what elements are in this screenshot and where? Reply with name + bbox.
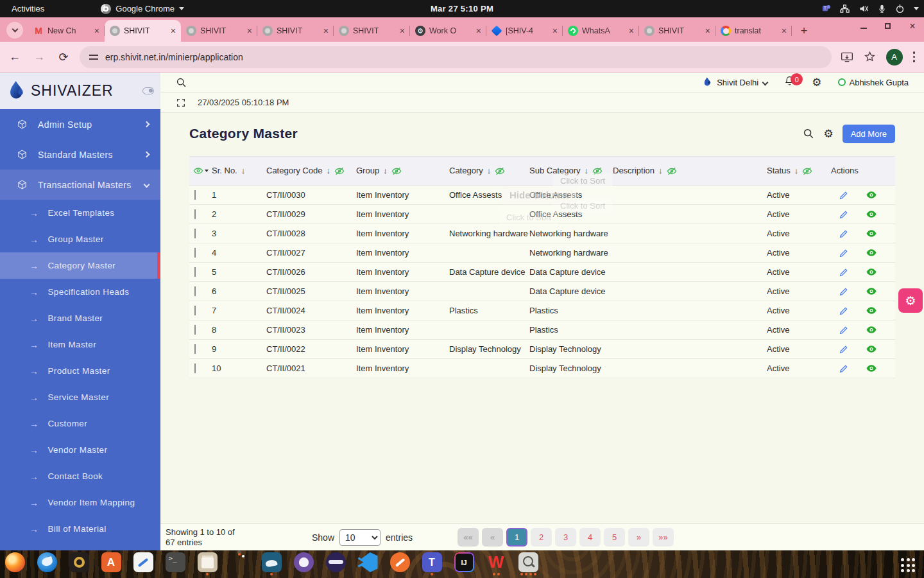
tab-new-chat[interactable]: MNew Ch× — [28, 20, 105, 42]
close-icon[interactable]: × — [171, 26, 176, 35]
tab-shivit-5[interactable]: SHIVIT× — [639, 20, 715, 42]
files-icon[interactable] — [196, 552, 218, 575]
row-checkbox[interactable] — [194, 363, 196, 373]
hide-column-icon[interactable] — [592, 167, 603, 175]
hide-column-icon[interactable] — [667, 167, 677, 175]
sidebar-item-contact-book[interactable]: →Contact Book — [0, 463, 160, 489]
row-checkbox[interactable] — [194, 267, 196, 277]
sort-icon[interactable]: ↓ — [487, 166, 492, 176]
sidebar-item-item-master[interactable]: →Item Master — [0, 331, 160, 358]
close-icon[interactable]: × — [552, 26, 558, 35]
user-menu[interactable]: Abhishek Gupta — [838, 78, 909, 87]
close-icon[interactable]: × — [705, 26, 710, 35]
page-size-select[interactable]: 10 — [339, 529, 381, 546]
sidebar-item-product-master[interactable]: →Product Master — [0, 358, 160, 384]
table-settings-icon[interactable]: ⚙ — [823, 128, 833, 139]
header-status[interactable]: Status↓ — [767, 162, 831, 180]
sort-icon[interactable]: ↓ — [383, 166, 388, 176]
edit-pencil-icon[interactable] — [839, 248, 849, 258]
prev-page-button[interactable]: « — [482, 528, 503, 547]
row-checkbox[interactable] — [194, 229, 196, 238]
tab-shivit-active[interactable]: SHIVIT× — [105, 20, 181, 42]
page-button-5[interactable]: 5 — [604, 528, 625, 547]
edit-pencil-icon[interactable] — [839, 325, 849, 335]
view-eye-icon[interactable] — [866, 325, 877, 335]
row-checkbox[interactable] — [194, 306, 196, 315]
intellij-idea-icon[interactable] — [453, 552, 475, 575]
restore-button[interactable] — [884, 22, 892, 30]
hide-column-icon[interactable] — [334, 167, 345, 175]
view-eye-icon[interactable] — [866, 190, 877, 200]
close-icon[interactable]: × — [400, 26, 405, 35]
edit-pencil-icon[interactable] — [839, 190, 849, 200]
sidebar-group-transactional-masters[interactable]: Transactional Masters — [0, 170, 160, 200]
table-row[interactable]: 8 CT/II/0023 Item Inventory Plastics Act… — [189, 320, 895, 340]
close-icon[interactable]: × — [782, 26, 787, 35]
sort-icon[interactable]: ↓ — [241, 166, 246, 176]
tab-shivit-4[interactable]: SHIVIT× — [334, 20, 410, 42]
fullscreen-icon[interactable] — [176, 98, 186, 108]
close-icon[interactable]: × — [629, 26, 634, 35]
sidebar-toggle[interactable] — [142, 87, 154, 94]
back-button[interactable]: ← — [5, 48, 24, 67]
edit-pencil-icon[interactable] — [839, 209, 849, 220]
view-eye-icon[interactable] — [866, 229, 877, 238]
firefox-icon[interactable] — [4, 552, 26, 575]
view-eye-icon[interactable] — [866, 363, 877, 373]
sort-icon[interactable]: ↓ — [585, 166, 589, 176]
sidebar-item-specification-heads[interactable]: →Specification Heads — [0, 279, 160, 305]
edit-pencil-icon[interactable] — [839, 363, 849, 374]
close-icon[interactable]: × — [94, 26, 99, 35]
row-checkbox[interactable] — [194, 190, 196, 200]
header-category[interactable]: Category↓ — [449, 162, 529, 180]
sort-icon[interactable]: ↓ — [658, 166, 663, 176]
sidebar-item-service-master[interactable]: →Service Master — [0, 384, 160, 410]
eclipse-icon[interactable] — [325, 552, 346, 575]
mysql-workbench-icon[interactable] — [261, 552, 282, 575]
chrome-taskbar-icon[interactable] — [228, 552, 250, 556]
view-eye-icon[interactable] — [866, 267, 877, 277]
oracle-tool-icon[interactable] — [389, 552, 411, 575]
app-grid-icon[interactable] — [901, 558, 915, 572]
site-settings-icon[interactable] — [89, 52, 99, 62]
org-selector[interactable]: Shivit Delhi — [703, 77, 767, 87]
close-icon[interactable]: × — [323, 26, 329, 35]
wps-office-icon[interactable] — [485, 552, 507, 575]
tab-jira[interactable]: [SHIV-4× — [486, 20, 563, 42]
view-eye-icon[interactable] — [866, 306, 877, 315]
edit-pencil-icon[interactable] — [839, 344, 849, 355]
sidebar-item-brand-master[interactable]: →Brand Master — [0, 305, 160, 331]
sort-icon[interactable]: ↓ — [794, 166, 799, 176]
hide-column-icon[interactable] — [495, 167, 505, 175]
close-window-button[interactable]: × — [909, 22, 916, 30]
sidebar-group-standard-masters[interactable]: Standard Masters — [0, 139, 160, 170]
settings-gear-icon[interactable]: ⚙ — [812, 77, 821, 88]
tab-search-button[interactable] — [6, 22, 23, 39]
page-button-2[interactable]: 2 — [531, 528, 552, 547]
close-icon[interactable]: × — [476, 26, 481, 35]
header-description[interactable]: Description↓ — [613, 162, 767, 180]
sidebar-group-admin-setup[interactable]: Admin Setup — [0, 109, 160, 139]
view-eye-icon[interactable] — [866, 344, 877, 354]
reload-button[interactable]: ⟳ — [54, 48, 73, 67]
sidebar-item-excel-templates[interactable]: →Excel Templates — [0, 200, 160, 226]
minimize-button[interactable] — [860, 22, 868, 30]
header-group[interactable]: Group↓ — [356, 162, 449, 180]
hide-column-icon[interactable] — [391, 167, 402, 175]
tab-shivit-3[interactable]: SHIVIT× — [257, 20, 334, 42]
tab-translate[interactable]: translat× — [715, 20, 792, 42]
browser-menu-icon[interactable] — [913, 51, 916, 62]
sort-icon[interactable]: ↓ — [326, 166, 330, 176]
tab-shivit-2[interactable]: SHIVIT× — [181, 20, 257, 42]
view-eye-icon[interactable] — [866, 286, 877, 296]
bookmark-star-icon[interactable] — [864, 51, 876, 63]
row-checkbox[interactable] — [194, 248, 196, 258]
app-menu[interactable]: Google Chrome — [94, 4, 191, 14]
floating-settings-button[interactable]: ⚙ — [898, 288, 923, 313]
screenshot-tool-icon[interactable] — [517, 552, 539, 575]
sidebar-item-vendor-master[interactable]: →Vendor Master — [0, 437, 160, 463]
view-eye-icon[interactable] — [866, 209, 877, 219]
rhythmbox-icon[interactable] — [68, 552, 90, 575]
software-center-icon[interactable] — [100, 552, 122, 575]
hide-column-icon[interactable] — [802, 167, 812, 175]
